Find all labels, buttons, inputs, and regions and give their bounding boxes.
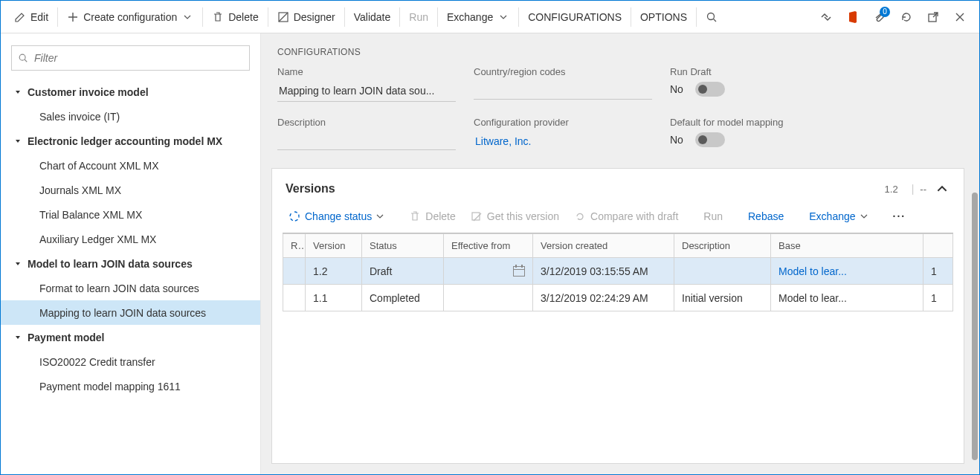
cell[interactable] (283, 285, 306, 311)
cell[interactable]: Completed (362, 285, 444, 311)
download-icon (471, 210, 483, 222)
default-mapping-toggle[interactable] (695, 132, 725, 147)
versions-header-extra: -- (920, 184, 926, 195)
rebase-button[interactable]: Rebase (742, 207, 790, 225)
options-tab[interactable]: OPTIONS (633, 5, 694, 29)
tree-item[interactable]: Payment model mapping 1611 (1, 374, 260, 398)
configurations-tree[interactable]: Customer invoice modelSales invoice (IT)… (1, 77, 260, 474)
scrollbar[interactable] (972, 193, 978, 460)
expander-icon[interactable] (13, 332, 23, 343)
tree-label: Payment model (28, 332, 104, 343)
cell[interactable] (444, 258, 533, 285)
tree-item[interactable]: Trial Balance XML MX (1, 202, 260, 227)
tree-label: Chart of Account XML MX (39, 160, 159, 172)
col-base[interactable]: Base (771, 234, 923, 258)
create-config-button[interactable]: Create configuration (59, 5, 201, 29)
tree-item[interactable]: Sales invoice (IT) (1, 104, 260, 129)
cell[interactable]: Draft (362, 258, 444, 285)
cell[interactable]: Initial version (674, 285, 771, 311)
pencil-icon (14, 11, 26, 23)
popout-button[interactable] (920, 4, 947, 30)
search-icon (18, 53, 28, 63)
close-button[interactable] (947, 4, 973, 30)
tree-item[interactable]: ISO20022 Credit transfer (1, 349, 260, 374)
col-description[interactable]: Description (674, 234, 771, 258)
filter-input[interactable] (33, 51, 243, 65)
office-icon-button[interactable] (839, 4, 866, 30)
svg-point-1 (708, 13, 715, 19)
col-created[interactable]: Version created (533, 234, 674, 258)
cell[interactable]: 1 (923, 285, 953, 311)
col-status[interactable]: Status (362, 234, 444, 258)
collapse-button[interactable] (934, 181, 950, 197)
config-header: CONFIGURATIONS Name Mapping to learn JOI… (261, 33, 979, 159)
expander-icon[interactable] (13, 136, 23, 146)
run-label: Run (409, 11, 428, 23)
close-icon (954, 11, 966, 23)
change-status-button[interactable]: Change status (283, 207, 390, 225)
edit-button[interactable]: Edit (7, 5, 56, 29)
cell[interactable] (674, 258, 771, 285)
attachments-button[interactable]: 0 (866, 4, 893, 30)
tree-item[interactable]: Auxiliary Ledger XML MX (1, 227, 260, 251)
link-icon-button[interactable] (813, 4, 839, 30)
grid-header-row: R... Version Status Effective from Versi… (283, 234, 953, 258)
chevron-down-icon (860, 213, 868, 220)
search-button[interactable] (698, 5, 725, 29)
designer-button[interactable]: Designer (270, 5, 343, 29)
run-draft-toggle[interactable] (695, 82, 725, 97)
table-row[interactable]: 1.1Completed3/12/2019 02:24:29 AMInitial… (283, 285, 953, 311)
separator (202, 7, 203, 27)
tree-item[interactable]: Mapping to learn JOIN data sources (1, 300, 260, 325)
cell[interactable]: 3/12/2019 03:15:55 AM (533, 258, 674, 285)
provider-value[interactable]: Litware, Inc. (474, 132, 652, 152)
country-value[interactable] (474, 82, 652, 100)
tree-group[interactable]: Model to learn JOIN data sources (1, 251, 260, 276)
col-version[interactable]: Version (306, 234, 362, 258)
exchange-label: Exchange (447, 11, 493, 23)
delete-button[interactable]: Delete (204, 5, 265, 29)
tree-group[interactable]: Customer invoice model (1, 80, 260, 104)
cell[interactable]: Model to lear... (771, 285, 923, 311)
name-value[interactable]: Mapping to learn JOIN data sou... (277, 82, 456, 102)
cell[interactable] (283, 258, 306, 285)
link-icon (819, 10, 833, 24)
calendar-icon[interactable] (513, 266, 525, 277)
cell[interactable]: 1.2 (306, 258, 362, 285)
cell[interactable] (444, 285, 533, 311)
tree-label: Format to learn JOIN data sources (39, 282, 199, 294)
cell[interactable]: Model to lear... (771, 258, 923, 285)
tree-item[interactable]: Journals XML MX (1, 178, 260, 202)
filter-wrap (1, 33, 260, 77)
create-config-label: Create configuration (83, 11, 177, 23)
tree-item[interactable]: Chart of Account XML MX (1, 153, 260, 178)
versions-exchange-dropdown[interactable]: Exchange (803, 207, 873, 225)
default-mapping-label: Default for model mapping (670, 117, 834, 128)
cell[interactable]: 1.1 (306, 285, 362, 311)
table-row[interactable]: 1.2Draft3/12/2019 03:15:55 AMModel to le… (283, 258, 953, 285)
filter-box[interactable] (11, 45, 250, 71)
col-effective[interactable]: Effective from (444, 234, 533, 258)
cell[interactable]: 3/12/2019 02:24:29 AM (533, 285, 674, 311)
exchange-dropdown[interactable]: Exchange (439, 5, 517, 29)
left-pane: Customer invoice modelSales invoice (IT)… (1, 33, 261, 474)
expander-icon[interactable] (13, 87, 23, 97)
tree-group[interactable]: Electronic ledger accounting model MX (1, 129, 260, 153)
col-r[interactable]: R... (283, 234, 306, 258)
separator (518, 7, 519, 27)
description-value[interactable] (277, 132, 456, 150)
more-button[interactable]: ··· (887, 207, 912, 225)
more-icon: ··· (893, 210, 906, 222)
tree-group[interactable]: Payment model (1, 325, 260, 349)
validate-button[interactable]: Validate (346, 5, 399, 29)
tree-item[interactable]: Format to learn JOIN data sources (1, 276, 260, 300)
cell[interactable]: 1 (923, 258, 953, 285)
separator: | (912, 183, 915, 195)
description-label: Description (277, 117, 456, 128)
name-label: Name (277, 66, 456, 77)
expander-icon[interactable] (13, 259, 23, 269)
refresh-button[interactable] (893, 4, 920, 30)
configurations-tab[interactable]: CONFIGURATIONS (520, 5, 629, 29)
col-base-n[interactable] (923, 234, 953, 258)
spinner-icon (288, 210, 300, 222)
